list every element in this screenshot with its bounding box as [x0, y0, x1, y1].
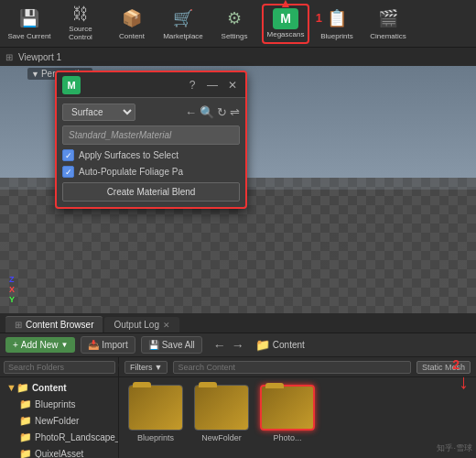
xyz-widget: Z X Y	[9, 275, 15, 304]
asset-photo[interactable]: Photo...	[258, 385, 317, 442]
tree-item-blueprints[interactable]: 📁 Blueprints	[16, 397, 115, 412]
minimize-button[interactable]: —	[205, 78, 220, 93]
tree-root: ▼📁 Content 📁 Blueprints 📁 NewFolder	[3, 380, 115, 458]
folder-icon-content: ▼📁	[6, 382, 29, 394]
search-folders-bar: 🔍	[0, 357, 118, 377]
tree-quixel-label: QuixelAsset	[35, 449, 83, 458]
filters-dropdown-icon: ▼	[155, 363, 163, 372]
megascans-panel-logo: M	[62, 76, 81, 94]
folder-icon-quixel: 📁	[19, 448, 32, 458]
breadcrumb-folder-icon: 📁	[255, 338, 270, 352]
tree-children: 📁 Blueprints 📁 NewFolder 📁 PhotoR_Landsc…	[3, 397, 115, 458]
blueprints-icon: 📋	[324, 6, 350, 31]
asset-blueprints[interactable]: Blueprints	[126, 385, 185, 442]
photo-folder-thumb	[260, 385, 315, 431]
tab-output-log[interactable]: Output Log ✕	[104, 317, 178, 333]
material-input[interactable]: Standard_MasterMaterial	[62, 125, 240, 145]
blueprints-label: Blueprints	[320, 33, 353, 41]
settings-icon: ⚙	[222, 6, 247, 31]
surface-row: Surface 3D Asset Vegetation ← 🔍 ↻ ⇌	[62, 104, 240, 121]
content-label: Content	[119, 33, 145, 41]
search-icon-button[interactable]: 🔍	[200, 105, 214, 119]
megascans-panel-header: M ? — ✕	[57, 72, 245, 98]
add-new-button[interactable]: + Add New ▼	[5, 337, 75, 353]
blueprints-button[interactable]: 📋 Blueprints	[313, 4, 361, 44]
viewport-tab-label: Viewport 1	[18, 52, 61, 62]
save-icon: 💾	[16, 6, 42, 31]
tree-item-photor[interactable]: 📁 PhotoR_Landscape_4	[16, 430, 115, 445]
marketplace-button[interactable]: 🛒 Marketplace	[159, 4, 207, 44]
nav-arrows-bottom: ← →	[211, 338, 246, 353]
save-current-button[interactable]: 💾 Save Current	[5, 4, 53, 44]
megascans-panel: M ? — ✕ Surface 3D Asset Vegetation ← 🔍	[55, 71, 247, 209]
save-all-button[interactable]: 💾 Save All	[141, 336, 202, 354]
apply-surfaces-label: Apply Surfaces to Select	[79, 150, 178, 160]
right-content: Filters ▼ Static Mesh Blueprints NewFold…	[119, 357, 476, 458]
tree-content-label: Content	[32, 383, 67, 393]
apply-surfaces-row: ✓ Apply Surfaces to Select	[62, 149, 240, 161]
watermark: 知乎·雪球	[437, 442, 472, 454]
add-icon: +	[13, 340, 18, 350]
import-button[interactable]: 📥 Import	[81, 336, 135, 354]
folder-icon-photor: 📁	[19, 431, 32, 443]
megascans-button[interactable]: M Megascans	[262, 4, 309, 44]
y-axis: Y	[9, 295, 15, 304]
viewport-tab[interactable]: Viewport 1	[18, 52, 61, 62]
tree-item-content[interactable]: ▼📁 Content	[3, 380, 115, 396]
saveall-icon: 💾	[148, 340, 159, 350]
cinematics-label: Cinematics	[370, 33, 406, 41]
tree-photor-label: PhotoR_Landscape_4	[35, 432, 118, 442]
nav-forward-button[interactable]: ⇌	[230, 105, 240, 119]
source-control-button[interactable]: ⛓ Source Control	[57, 4, 104, 44]
tab-close-icon[interactable]: ✕	[163, 321, 170, 330]
blueprints-folder-thumb	[128, 385, 183, 431]
panel-controls: ? — ✕	[185, 78, 240, 93]
content-button[interactable]: 📦 Content	[108, 4, 156, 44]
bottom-section: ⊞ Content Browser Output Log ✕ + Add New…	[0, 313, 476, 458]
content-area: 🔍 ▼📁 Content 📁 Blueprints 📁	[0, 357, 476, 458]
content-browser-tab-label: Content Browser	[26, 320, 93, 330]
nav-forward-bottom-button[interactable]: →	[230, 338, 246, 353]
tree-blueprints-label: Blueprints	[35, 399, 75, 409]
create-material-button[interactable]: Create Material Blend	[62, 182, 240, 202]
auto-populate-label: Auto-Populate Foliage Pa	[79, 167, 183, 177]
close-button[interactable]: ✕	[225, 78, 240, 93]
tree-item-quixel[interactable]: 📁 QuixelAsset	[16, 446, 115, 458]
cinematics-button[interactable]: 🎬 Cinematics	[364, 4, 412, 44]
z-axis: Z	[9, 275, 15, 284]
megascans-label: Megascans	[267, 31, 305, 39]
apply-surfaces-checkbox[interactable]: ✓	[62, 149, 74, 161]
import-icon: 📥	[88, 340, 99, 350]
left-sidebar: 🔍 ▼📁 Content 📁 Blueprints 📁	[0, 357, 119, 458]
marketplace-icon: 🛒	[170, 6, 196, 31]
folder-tree: ▼📁 Content 📁 Blueprints 📁 NewFolder	[0, 377, 118, 458]
newfolder-thumb	[194, 385, 249, 431]
megascans-icon: M	[273, 8, 298, 29]
newfolder-asset-label: NewFolder	[192, 433, 251, 442]
nav-back-button[interactable]: ←	[185, 105, 197, 119]
surface-dropdown[interactable]: Surface 3D Asset Vegetation	[62, 104, 135, 121]
auto-populate-checkbox[interactable]: ✓	[62, 166, 74, 178]
tab-content-browser[interactable]: ⊞ Content Browser	[5, 316, 103, 333]
settings-button[interactable]: ⚙ Settings	[211, 4, 258, 44]
import-label: Import	[102, 340, 127, 350]
nav-back-bottom-button[interactable]: ←	[211, 338, 228, 353]
megascans-panel-body: Surface 3D Asset Vegetation ← 🔍 ↻ ⇌ Stan…	[57, 98, 245, 207]
search-folders-input[interactable]	[4, 361, 115, 374]
refresh-button[interactable]: ↻	[217, 105, 227, 119]
x-axis: X	[9, 285, 15, 294]
tree-item-newfolder[interactable]: 📁 NewFolder	[16, 413, 115, 429]
output-log-tab-label: Output Log	[114, 320, 158, 330]
source-icon: ⛓	[68, 5, 93, 24]
help-button[interactable]: ?	[185, 78, 200, 93]
bottom-tabs: ⊞ Content Browser Output Log ✕	[0, 313, 476, 333]
search-content-input[interactable]	[173, 361, 411, 374]
toolbar: 💾 Save Current ⛓ Source Control 📦 Conten…	[0, 0, 476, 48]
nav-arrows: ← 🔍 ↻ ⇌	[185, 105, 240, 119]
save-label: Save Current	[7, 33, 50, 41]
bottom-toolbar: + Add New ▼ 📥 Import 💾 Save All ← → 📁 Co…	[0, 333, 476, 357]
main-area: ⊞ Viewport 1 ▼ Perspective Z X Y M	[0, 48, 476, 313]
filters-button[interactable]: Filters ▼	[124, 361, 168, 374]
asset-newfolder[interactable]: NewFolder	[192, 385, 251, 442]
content-filter-toolbar: Filters ▼ Static Mesh	[119, 357, 476, 377]
